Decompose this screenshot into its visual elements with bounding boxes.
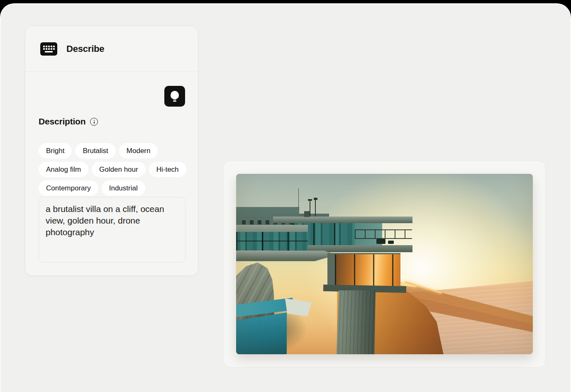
lightbulb-icon (170, 91, 179, 102)
tag-pill[interactable]: Modern (119, 143, 158, 158)
keyboard-icon (40, 42, 57, 56)
describe-card: Describe Description BrightBrutalistMode… (25, 26, 198, 276)
tag-pill[interactable]: Golden hour (92, 162, 146, 177)
tag-pill[interactable]: Hi-tech (149, 162, 186, 177)
screenshot-root: Describe Description BrightBrutalistMode… (0, 0, 571, 392)
tag-pill[interactable]: Contemporary (39, 180, 98, 196)
tag-pill[interactable]: Industrial (102, 180, 145, 196)
describe-card-header: Describe (25, 26, 198, 72)
tag-pill[interactable]: Brutalist (75, 143, 115, 158)
describe-card-title: Describe (66, 44, 104, 54)
description-section-title: Description (39, 117, 85, 127)
prompt-textarea[interactable]: a brutalist villa on a cliff, ocean view… (39, 197, 185, 263)
generated-image (236, 174, 533, 354)
suggestions-button[interactable] (164, 86, 185, 107)
description-section-row: Description (39, 117, 98, 127)
tag-pill[interactable]: Analog film (39, 162, 88, 177)
preview-card (223, 161, 546, 368)
info-icon[interactable] (90, 118, 98, 126)
photo-vignette (236, 174, 533, 354)
tag-pill[interactable]: Bright (39, 143, 72, 158)
